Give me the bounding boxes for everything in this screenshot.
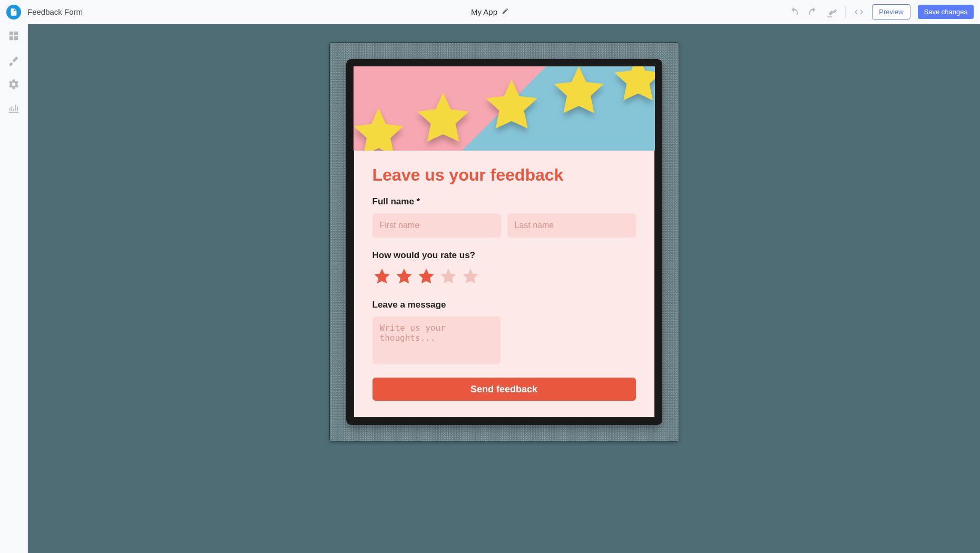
rating-star-2[interactable]	[395, 267, 414, 286]
hero-star-icon	[411, 87, 475, 151]
save-changes-button[interactable]: Save changes	[918, 5, 974, 19]
form-title: Leave us your feedback	[373, 165, 636, 185]
message-label: Leave a message	[373, 300, 636, 310]
left-sidebar	[0, 24, 28, 553]
app-name-group[interactable]: My App	[471, 7, 509, 16]
rating-star-4[interactable]	[439, 267, 458, 286]
preview-button[interactable]: Preview	[872, 4, 910, 19]
message-input[interactable]	[373, 317, 501, 364]
rate-label: How would you rate us?	[373, 250, 636, 261]
rating-stars	[373, 267, 636, 286]
undo-icon[interactable]	[788, 6, 800, 18]
hero-star-icon	[480, 74, 543, 140]
document-title: Feedback Form	[27, 7, 83, 16]
fullname-label: Full name *	[373, 196, 636, 207]
pencil-icon[interactable]	[502, 7, 509, 16]
firstname-input[interactable]	[373, 213, 501, 238]
gavel-icon[interactable]	[826, 6, 838, 18]
feedback-form: Leave us your feedback Full name * How w…	[354, 151, 655, 418]
send-feedback-button[interactable]: Send feedback	[373, 378, 636, 401]
hero-star-icon	[354, 103, 409, 151]
brush-icon[interactable]	[7, 54, 20, 66]
chart-icon[interactable]	[7, 102, 20, 115]
code-icon[interactable]	[853, 6, 865, 18]
redo-icon[interactable]	[807, 6, 819, 18]
device-frame: Leave us your feedback Full name * How w…	[329, 42, 679, 442]
app-name: My App	[471, 7, 497, 16]
hero-star-icon	[548, 66, 609, 124]
rating-star-5[interactable]	[461, 267, 480, 286]
rating-star-1[interactable]	[373, 267, 391, 286]
gear-icon[interactable]	[7, 78, 20, 91]
rating-star-3[interactable]	[417, 267, 436, 286]
hero-image	[354, 66, 655, 151]
canvas: Leave us your feedback Full name * How w…	[28, 24, 980, 553]
grid-icon[interactable]	[7, 29, 20, 42]
separator	[845, 6, 846, 18]
top-bar: Feedback Form My App Preview Save change…	[0, 0, 980, 24]
lastname-input[interactable]	[507, 213, 636, 238]
device-screen: Leave us your feedback Full name * How w…	[346, 59, 662, 425]
app-logo[interactable]	[6, 5, 21, 19]
hero-star-icon	[609, 66, 655, 111]
